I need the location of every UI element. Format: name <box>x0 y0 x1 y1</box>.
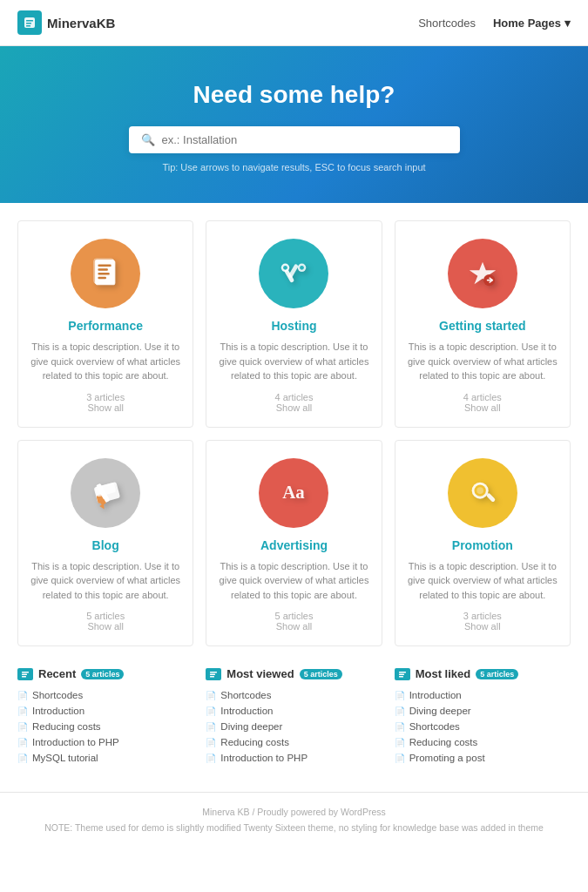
topic-title-blog: Blog <box>30 538 180 552</box>
topic-card-performance[interactable]: Performance This is a topic description.… <box>17 220 193 428</box>
topic-title-advertising: Advertising <box>219 538 368 552</box>
svg-rect-11 <box>98 268 108 270</box>
topic-meta-blog: 5 articles Show all <box>30 611 180 632</box>
svg-rect-40 <box>399 672 406 673</box>
svg-rect-12 <box>98 273 110 274</box>
topic-title-getting-started: Getting started <box>408 319 558 333</box>
svg-rect-41 <box>399 673 404 675</box>
svg-rect-38 <box>210 673 215 675</box>
list-item[interactable]: 📄Shortcodes <box>206 687 382 703</box>
svg-rect-13 <box>98 277 107 279</box>
nav-home-pages-label: Home Pages <box>493 17 561 30</box>
advertising-icon: Aa <box>277 476 310 510</box>
footer-line2: NOTE: Theme used for demo is slightly mo… <box>17 821 571 836</box>
list-item[interactable]: 📄MySQL tutorial <box>17 750 193 766</box>
topic-desc-blog: This is a topic description. Use it to g… <box>30 559 180 603</box>
list-most-liked-title: Most liked <box>416 667 471 680</box>
list-item[interactable]: 📄Reducing costs <box>17 719 193 734</box>
svg-rect-35 <box>22 673 27 675</box>
list-most-viewed-title: Most viewed <box>226 667 294 680</box>
nav-home-pages-chevron: ▾ <box>564 17 571 30</box>
show-all-performance[interactable]: Show all <box>30 402 180 413</box>
topic-card-advertising[interactable]: Aa Advertising This is a topic descripti… <box>206 440 382 647</box>
list-item-icon: 📄 <box>395 722 405 732</box>
svg-point-32 <box>476 487 483 494</box>
list-recent-title: Recent <box>38 667 76 680</box>
list-item[interactable]: 📄Introduction <box>395 687 571 703</box>
svg-rect-36 <box>22 676 26 678</box>
blog-icon-wrap <box>71 458 140 528</box>
topic-card-hosting[interactable]: Hosting This is a topic description. Use… <box>206 220 382 428</box>
topic-meta-promotion: 3 articles Show all <box>408 611 558 632</box>
search-input[interactable] <box>162 133 448 146</box>
performance-icon <box>89 257 122 290</box>
list-item[interactable]: 📄Introduction <box>206 703 382 719</box>
logo[interactable]: MinervaKB <box>17 10 115 35</box>
topic-meta-hosting: 4 articles Show all <box>219 392 368 413</box>
list-item-icon: 📄 <box>206 722 216 732</box>
list-item[interactable]: 📄Shortcodes <box>395 719 571 734</box>
list-item-icon: 📄 <box>17 722 28 732</box>
promotion-icon <box>466 476 499 510</box>
show-all-hosting[interactable]: Show all <box>219 402 368 413</box>
list-most-viewed-header: Most viewed 5 articles <box>206 667 382 680</box>
getting-started-icon <box>466 257 499 290</box>
list-item[interactable]: 📄Introduction to PHP <box>17 734 193 750</box>
svg-rect-42 <box>399 676 403 678</box>
search-box[interactable]: 🔍 <box>129 126 460 153</box>
list-item[interactable]: 📄Shortcodes <box>17 687 193 703</box>
topic-title-performance: Performance <box>30 319 180 333</box>
nav-home-pages[interactable]: Home Pages ▾ <box>493 17 571 30</box>
list-most-liked: Most liked 5 articles 📄Introduction📄Divi… <box>395 667 571 766</box>
list-recent-header: Recent 5 articles <box>17 667 193 680</box>
list-item[interactable]: 📄Reducing costs <box>395 734 571 750</box>
list-item[interactable]: 📄Introduction <box>17 703 193 719</box>
list-most-liked-badge: 5 articles <box>476 669 518 679</box>
list-most-viewed-badge: 5 articles <box>300 669 342 679</box>
list-item[interactable]: 📄Diving deeper <box>206 719 382 734</box>
topic-desc-advertising: This is a topic description. Use it to g… <box>219 559 368 603</box>
main-content: Performance This is a topic description.… <box>0 203 588 792</box>
show-all-advertising[interactable]: Show all <box>219 621 368 632</box>
list-item[interactable]: 📄Promoting a post <box>395 750 571 766</box>
nav-shortcodes[interactable]: Shortcodes <box>418 17 476 30</box>
list-item-icon: 📄 <box>206 738 216 747</box>
topic-grid: Performance This is a topic description.… <box>17 220 571 646</box>
svg-marker-28 <box>99 503 106 510</box>
show-all-blog[interactable]: Show all <box>30 621 180 632</box>
performance-icon-wrap <box>71 239 140 308</box>
list-item-icon: 📄 <box>17 753 28 763</box>
topic-desc-getting-started: This is a topic description. Use it to g… <box>408 340 558 383</box>
svg-point-19 <box>301 266 305 270</box>
most-liked-list-icon <box>395 668 410 680</box>
list-recent-badge: 5 articles <box>81 669 124 679</box>
recent-list-icon <box>17 668 33 680</box>
svg-rect-39 <box>210 676 214 678</box>
svg-rect-2 <box>26 23 31 24</box>
list-item-icon: 📄 <box>395 753 405 763</box>
topic-card-getting-started[interactable]: Getting started This is a topic descript… <box>395 220 571 428</box>
hero-tip: Tip: Use arrows to navigate results, ESC… <box>17 162 571 172</box>
hosting-icon <box>277 257 310 290</box>
topic-title-promotion: Promotion <box>408 538 558 552</box>
list-item[interactable]: 📄Introduction to PHP <box>206 750 382 766</box>
main-nav: Shortcodes Home Pages ▾ <box>418 17 571 30</box>
show-all-getting-started[interactable]: Show all <box>408 402 558 413</box>
topic-desc-performance: This is a topic description. Use it to g… <box>30 340 180 383</box>
list-most-liked-header: Most liked 5 articles <box>395 667 571 680</box>
show-all-promotion[interactable]: Show all <box>408 621 558 632</box>
list-item-icon: 📄 <box>17 738 28 747</box>
list-item[interactable]: 📄Reducing costs <box>206 734 382 750</box>
topic-card-blog[interactable]: Blog This is a topic description. Use it… <box>17 440 193 647</box>
list-item[interactable]: 📄Diving deeper <box>395 703 571 719</box>
most-liked-items-container: 📄Introduction📄Diving deeper📄Shortcodes📄R… <box>395 687 571 766</box>
topic-card-promotion[interactable]: Promotion This is a topic description. U… <box>395 440 571 647</box>
svg-text:Aa: Aa <box>283 481 306 502</box>
most-viewed-items-container: 📄Shortcodes📄Introduction📄Diving deeper📄R… <box>206 687 382 766</box>
search-icon: 🔍 <box>141 133 155 146</box>
hero-section: Need some help? 🔍 Tip: Use arrows to nav… <box>0 46 588 203</box>
logo-text: MinervaKB <box>47 16 115 30</box>
topic-title-hosting: Hosting <box>219 319 368 333</box>
list-item-icon: 📄 <box>395 738 405 747</box>
lists-section: Recent 5 articles 📄Shortcodes📄Introducti… <box>17 659 571 783</box>
